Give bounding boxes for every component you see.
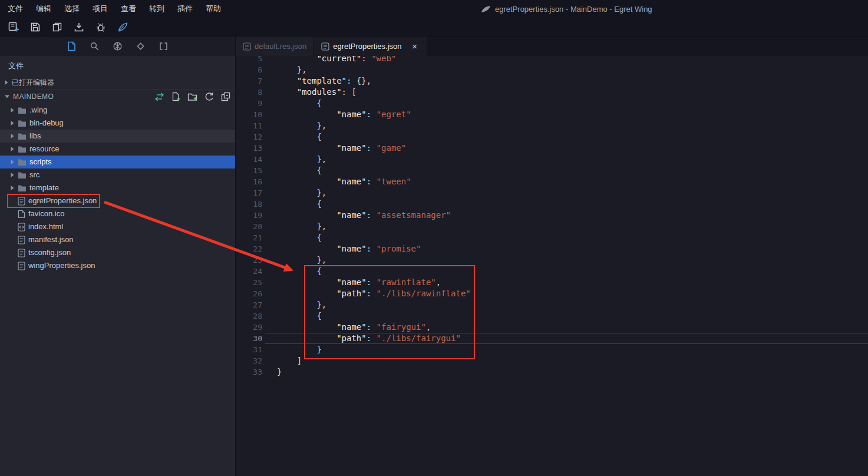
code-line[interactable]: 22 "name": "promise" xyxy=(236,243,868,254)
code-line-text: }, xyxy=(262,64,307,75)
code-line[interactable]: 26 "path": "./libs/rawinflate" xyxy=(236,288,868,299)
code-line[interactable]: 28 { xyxy=(236,310,868,322)
code-line[interactable]: 17 }, xyxy=(236,187,868,199)
tab-label: egretProperties.json xyxy=(333,42,401,51)
tree-item-egretproperties-json[interactable]: egretProperties.json xyxy=(0,194,235,207)
code-line[interactable]: 11 }, xyxy=(236,120,868,131)
tree-item-favicon-ico[interactable]: favicon.ico xyxy=(0,207,235,220)
tree-item-label: .wing xyxy=(29,104,47,117)
save-button[interactable] xyxy=(28,20,42,34)
code-line[interactable]: 32 ] xyxy=(236,355,868,366)
code-line[interactable]: 7 "template": {}, xyxy=(236,75,868,87)
menu-item[interactable]: 插件 xyxy=(171,0,199,18)
main-toolbar xyxy=(0,18,868,37)
line-number: 12 xyxy=(236,131,262,143)
activity-exml[interactable] xyxy=(133,39,148,54)
code-line[interactable]: 30 "path": "./libs/fairygui" xyxy=(236,333,868,344)
close-icon[interactable]: × xyxy=(410,42,420,51)
chevron-down-icon xyxy=(4,94,10,99)
project-section[interactable]: MAINDEMO xyxy=(0,89,235,104)
file-html-icon xyxy=(18,223,25,232)
tree-item-template[interactable]: template xyxy=(0,181,235,194)
line-number: 15 xyxy=(236,165,262,176)
code-line[interactable]: 6 }, xyxy=(236,64,868,75)
code-line[interactable]: 5 "current": "web" xyxy=(236,56,868,64)
code-line[interactable]: 25 "name": "rawinflate", xyxy=(236,277,868,288)
folder-icon xyxy=(18,133,27,140)
tree-item-src[interactable]: src xyxy=(0,168,235,181)
tab-egretproperties-json[interactable]: egretProperties.json× xyxy=(314,37,427,56)
code-line[interactable]: 19 "name": "assetsmanager" xyxy=(236,210,868,221)
chevron-right-icon xyxy=(10,107,15,113)
tree-item-resource[interactable]: resource xyxy=(0,143,235,156)
code-line[interactable]: 33} xyxy=(236,366,868,378)
new-folder-button[interactable] xyxy=(187,92,197,102)
menu-item[interactable]: 文件 xyxy=(1,0,29,18)
tree-item-label: bin-debug xyxy=(29,117,64,130)
tree-item-manifest-json[interactable]: manifest.json xyxy=(0,233,235,246)
code-line[interactable]: 15 { xyxy=(236,165,868,176)
code-line[interactable]: 12 { xyxy=(236,131,868,143)
code-line[interactable]: 16 "name": "tween" xyxy=(236,176,868,187)
collapse-all-button[interactable] xyxy=(220,92,230,102)
tree-item-wing[interactable]: .wing xyxy=(0,104,235,117)
tree-item-scripts[interactable]: scripts xyxy=(0,156,235,168)
menu-item[interactable]: 查看 xyxy=(114,0,143,18)
tree-item-bin-debug[interactable]: bin-debug xyxy=(0,117,235,130)
tree-item-tsconfig-json[interactable]: tsconfig.json xyxy=(0,246,235,259)
code-line[interactable]: 13 "name": "game" xyxy=(236,143,868,154)
code-line[interactable]: 18 { xyxy=(236,199,868,210)
code-line[interactable]: 10 "name": "egret" xyxy=(236,109,868,120)
file-tree: .wingbin-debuglibsresourcescriptssrctemp… xyxy=(0,104,235,272)
code-line-text: "name": "game" xyxy=(262,143,406,154)
menu-item[interactable]: 转到 xyxy=(143,0,171,18)
code-editor[interactable]: 5 "current": "web"6 },7 "template": {},8… xyxy=(236,56,868,476)
tab-default-res-json[interactable]: default.res.json xyxy=(236,37,314,56)
code-line-text: }, xyxy=(262,120,326,131)
tree-item-label: favicon.ico xyxy=(28,207,64,220)
title-bar: 文件编辑选择项目查看转到插件帮助 egretProperties.json - … xyxy=(0,0,868,18)
debug-button[interactable] xyxy=(94,20,108,34)
code-line[interactable]: 9 { xyxy=(236,98,868,109)
menu-item[interactable]: 帮助 xyxy=(199,0,227,18)
menu-item[interactable]: 选择 xyxy=(58,0,86,18)
sync-button[interactable] xyxy=(154,92,164,102)
code-line-text: } xyxy=(262,366,282,378)
code-line[interactable]: 8 "modules": [ xyxy=(236,87,868,98)
code-line-text: { xyxy=(262,199,322,210)
code-line[interactable]: 20 }, xyxy=(236,221,868,232)
chevron-right-icon xyxy=(10,120,15,126)
code-line[interactable]: 29 "name": "fairygui", xyxy=(236,322,868,333)
new-project-button[interactable] xyxy=(6,20,21,34)
activity-explorer[interactable] xyxy=(64,39,80,54)
menu-item[interactable]: 编辑 xyxy=(29,0,58,18)
project-label: MAINDEMO xyxy=(13,92,54,101)
file-json-icon xyxy=(18,197,25,206)
theme-button[interactable] xyxy=(115,20,130,34)
tree-item-wingproperties-json[interactable]: wingProperties.json xyxy=(0,259,235,272)
refresh-button[interactable] xyxy=(204,92,214,102)
activity-web[interactable] xyxy=(110,39,126,54)
line-number: 29 xyxy=(236,322,262,333)
tree-item-index-html[interactable]: index.html xyxy=(0,220,235,233)
build-button[interactable] xyxy=(72,20,86,34)
open-editors-section[interactable]: 已打开编辑器 xyxy=(0,76,235,89)
code-line[interactable]: 21 { xyxy=(236,232,868,243)
activity-search[interactable] xyxy=(87,39,103,54)
menu-item[interactable]: 项目 xyxy=(86,0,114,18)
code-line[interactable]: 31 } xyxy=(236,344,868,355)
folder-icon xyxy=(18,120,27,127)
publish-button[interactable] xyxy=(50,20,64,34)
code-line-text: { xyxy=(262,310,322,322)
tree-item-libs[interactable]: libs xyxy=(0,130,235,143)
line-number: 5 xyxy=(236,56,262,64)
explorer-actions xyxy=(154,90,230,104)
code-line-text: }, xyxy=(262,187,326,199)
code-line[interactable]: 14 }, xyxy=(236,154,868,165)
code-line[interactable]: 23 }, xyxy=(236,254,868,266)
open-editors-label: 已打开编辑器 xyxy=(12,78,54,88)
code-line[interactable]: 27 }, xyxy=(236,299,868,310)
activity-snippets[interactable] xyxy=(156,39,171,54)
code-line[interactable]: 24 { xyxy=(236,266,868,277)
new-file-button[interactable] xyxy=(171,92,181,102)
